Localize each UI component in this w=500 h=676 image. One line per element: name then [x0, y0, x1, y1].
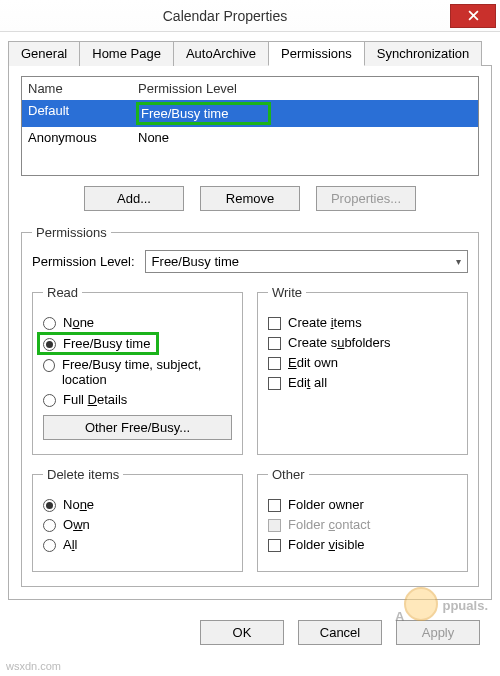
radio-icon — [43, 359, 55, 372]
header-level: Permission Level — [138, 81, 472, 96]
highlight-free-busy: Free/Busy time — [136, 102, 271, 125]
highlight-read-free-busy: Free/Busy time — [37, 332, 159, 355]
write-create-subfolders-label: Create subfolders — [288, 335, 391, 350]
cell-name: Default — [28, 103, 138, 124]
checkbox-icon — [268, 539, 281, 552]
permissions-list[interactable]: Name Permission Level Default Free/Busy … — [21, 76, 479, 176]
read-none-label: None — [63, 315, 94, 330]
radio-icon — [43, 519, 56, 532]
delete-own-label: Own — [63, 517, 90, 532]
title-bar: Calendar Properties — [0, 0, 500, 32]
tab-autoarchive[interactable]: AutoArchive — [173, 41, 269, 66]
cancel-button[interactable]: Cancel — [298, 620, 382, 645]
write-create-subfolders[interactable]: Create subfolders — [268, 335, 457, 350]
checkbox-icon — [268, 357, 281, 370]
other-folder-visible[interactable]: Folder visible — [268, 537, 457, 552]
chevron-down-icon: ▾ — [456, 256, 461, 267]
radio-icon — [43, 394, 56, 407]
cell-level: Free/Busy time — [138, 103, 472, 124]
read-free-busy-subject-label: Free/Busy time, subject, location — [62, 357, 232, 387]
read-legend: Read — [43, 285, 82, 300]
read-full-details[interactable]: Full Details — [43, 392, 232, 407]
window-title: Calendar Properties — [0, 8, 450, 24]
read-free-busy[interactable]: Free/Busy time — [43, 335, 232, 352]
checkbox-icon — [268, 377, 281, 390]
checkbox-icon — [268, 519, 281, 532]
write-edit-own[interactable]: Edit own — [268, 355, 457, 370]
list-row-anonymous[interactable]: Anonymous None — [22, 127, 478, 148]
dialog-button-row: OK Cancel Apply — [0, 608, 500, 665]
delete-all[interactable]: All — [43, 537, 232, 552]
read-group: Read None Free/Busy time Free/Busy time,… — [32, 285, 243, 455]
tab-permissions[interactable]: Permissions — [268, 41, 365, 66]
other-folder-contact-label: Folder contact — [288, 517, 370, 532]
read-free-busy-subject[interactable]: Free/Busy time, subject, location — [43, 357, 232, 387]
cell-level: None — [138, 130, 472, 145]
radio-icon — [43, 499, 56, 512]
cell-name: Anonymous — [28, 130, 138, 145]
tab-home-page[interactable]: Home Page — [79, 41, 174, 66]
checkbox-icon — [268, 337, 281, 350]
tab-strip: General Home Page AutoArchive Permission… — [8, 40, 492, 65]
checkbox-icon — [268, 499, 281, 512]
tab-panel: Name Permission Level Default Free/Busy … — [8, 65, 492, 600]
other-folder-visible-label: Folder visible — [288, 537, 365, 552]
write-edit-all[interactable]: Edit all — [268, 375, 457, 390]
permission-level-value: Free/Busy time — [152, 254, 239, 269]
tab-synchronization[interactable]: Synchronization — [364, 41, 483, 66]
other-legend: Other — [268, 467, 309, 482]
radio-icon — [43, 539, 56, 552]
checkbox-icon — [268, 317, 281, 330]
write-create-items-label: Create items — [288, 315, 362, 330]
permissions-legend: Permissions — [32, 225, 111, 240]
other-folder-owner-label: Folder owner — [288, 497, 364, 512]
read-full-details-label: Full Details — [63, 392, 127, 407]
delete-own[interactable]: Own — [43, 517, 232, 532]
write-edit-all-label: Edit all — [288, 375, 327, 390]
ok-button[interactable]: OK — [200, 620, 284, 645]
other-group: Other Folder owner Folder contact Folder… — [257, 467, 468, 572]
permission-level-label: Permission Level: — [32, 254, 135, 269]
add-button[interactable]: Add... — [84, 186, 184, 211]
close-icon — [468, 10, 479, 21]
list-button-row: Add... Remove Properties... — [21, 186, 479, 211]
list-row-default[interactable]: Default Free/Busy time — [22, 100, 478, 127]
delete-all-label: All — [63, 537, 77, 552]
credit-text: wsxdn.com — [6, 660, 61, 672]
write-group: Write Create items Create subfolders Edi… — [257, 285, 468, 455]
delete-group: Delete items None Own All — [32, 467, 243, 572]
remove-button[interactable]: Remove — [200, 186, 300, 211]
list-header: Name Permission Level — [22, 77, 478, 100]
other-folder-owner[interactable]: Folder owner — [268, 497, 457, 512]
other-folder-contact: Folder contact — [268, 517, 457, 532]
write-create-items[interactable]: Create items — [268, 315, 457, 330]
read-none[interactable]: None — [43, 315, 232, 330]
apply-button: Apply — [396, 620, 480, 645]
radio-icon — [43, 338, 56, 351]
read-free-busy-label: Free/Busy time — [63, 336, 150, 351]
delete-none-label: None — [63, 497, 94, 512]
close-button[interactable] — [450, 4, 496, 28]
header-name: Name — [28, 81, 138, 96]
permission-level-row: Permission Level: Free/Busy time ▾ — [32, 250, 468, 273]
delete-none[interactable]: None — [43, 497, 232, 512]
delete-legend: Delete items — [43, 467, 123, 482]
other-free-busy-button[interactable]: Other Free/Busy... — [43, 415, 232, 440]
write-legend: Write — [268, 285, 306, 300]
permissions-group: Permissions Permission Level: Free/Busy … — [21, 225, 479, 587]
permission-level-select[interactable]: Free/Busy time ▾ — [145, 250, 468, 273]
write-edit-own-label: Edit own — [288, 355, 338, 370]
properties-button: Properties... — [316, 186, 416, 211]
tab-general[interactable]: General — [8, 41, 80, 66]
radio-icon — [43, 317, 56, 330]
